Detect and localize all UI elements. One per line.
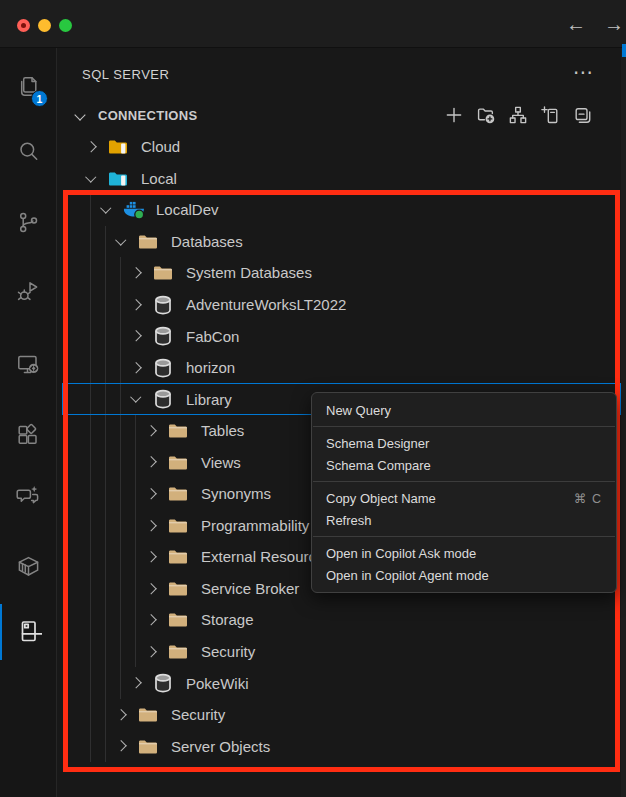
activity-search-icon[interactable] xyxy=(15,138,42,165)
menu-item-refresh[interactable]: Refresh xyxy=(312,509,616,531)
tree-item-adventureworkslt2022[interactable]: AdventureWorksLT2022 xyxy=(62,289,621,321)
docker-icon xyxy=(121,200,145,220)
chevron-right-icon xyxy=(140,490,162,498)
chevron-right-icon xyxy=(140,427,162,435)
menu-item-label: Open in Copilot Agent mode xyxy=(326,568,489,583)
activity-extensions-icon[interactable] xyxy=(15,422,42,449)
activity-containers-icon[interactable] xyxy=(15,553,42,580)
tree-item-label: Storage xyxy=(201,611,254,628)
tree-item-label: System Databases xyxy=(186,264,312,281)
tree-item-security[interactable]: Security xyxy=(62,699,621,731)
folder-icon xyxy=(166,548,190,565)
new-server-icon[interactable] xyxy=(541,106,559,124)
chevron-down-icon xyxy=(110,240,132,244)
active-view-indicator xyxy=(0,604,2,660)
tree-item-security[interactable]: Security xyxy=(62,636,621,668)
folder-icon xyxy=(136,233,160,250)
folder-icon xyxy=(136,738,160,755)
activity-remote-explorer-icon[interactable] xyxy=(15,351,42,378)
folder-group-icon xyxy=(106,170,130,187)
chevron-right-icon xyxy=(125,269,147,277)
minimize-button[interactable] xyxy=(38,19,51,32)
close-button[interactable] xyxy=(17,19,30,32)
connections-toolbar xyxy=(445,106,591,124)
folder-icon xyxy=(166,485,190,502)
tree-item-label: Programmability xyxy=(201,517,309,534)
tree-item-label: Databases xyxy=(171,233,243,250)
tree-item-local[interactable]: Local xyxy=(62,163,621,195)
nav-forward-icon[interactable]: → xyxy=(604,11,624,37)
nav-back-icon[interactable]: ← xyxy=(566,11,586,37)
tree-item-label: Tables xyxy=(201,422,244,439)
chevron-right-icon xyxy=(140,553,162,561)
title-bar: ← → xyxy=(0,0,626,48)
collapse-all-icon[interactable] xyxy=(573,106,591,124)
folder-icon xyxy=(166,580,190,597)
folder-icon xyxy=(166,454,190,471)
tree-item-horizon[interactable]: horizon xyxy=(62,352,621,384)
activity-explorer-icon[interactable]: 1 xyxy=(15,74,42,101)
activity-source-control-icon[interactable] xyxy=(15,209,42,236)
activity-badge: 1 xyxy=(31,90,48,107)
folder-icon xyxy=(166,517,190,534)
tree-item-label: Security xyxy=(171,706,225,723)
chevron-right-icon xyxy=(125,332,147,340)
editor-edge xyxy=(621,48,626,797)
sidebar-title: SQL SERVER xyxy=(82,67,169,82)
menu-item-label: Refresh xyxy=(326,513,372,528)
database-icon xyxy=(151,358,175,378)
chevron-down-icon xyxy=(80,177,102,181)
menu-item-label: Schema Compare xyxy=(326,458,431,473)
tree-item-label: Security xyxy=(201,643,255,660)
folder-icon xyxy=(166,422,190,439)
chevron-right-icon xyxy=(140,648,162,656)
chevron-right-icon xyxy=(140,458,162,466)
menu-item-schema-designer[interactable]: Schema Designer xyxy=(312,432,616,454)
tree-item-cloud[interactable]: Cloud xyxy=(62,131,621,163)
tree-item-label: horizon xyxy=(186,359,235,376)
chevron-down-icon xyxy=(74,109,85,120)
chevron-down-icon xyxy=(125,397,147,401)
tree-item-label: FabCon xyxy=(186,328,239,345)
menu-item-label: Copy Object Name xyxy=(326,491,436,506)
tree-item-label: LocalDev xyxy=(156,201,219,218)
menu-item-copy-object-name[interactable]: Copy Object Name⌘ C xyxy=(312,487,616,509)
more-actions-icon[interactable]: ⋯ xyxy=(573,60,593,84)
menu-item-shortcut: ⌘ C xyxy=(574,491,602,506)
menu-item-label: Schema Designer xyxy=(326,436,429,451)
tree-item-pokewiki[interactable]: PokeWiki xyxy=(62,667,621,699)
menu-item-new-query[interactable]: New Query xyxy=(312,399,616,421)
folder-icon xyxy=(151,264,175,281)
database-icon xyxy=(151,673,175,693)
menu-item-schema-compare[interactable]: Schema Compare xyxy=(312,454,616,476)
tree-item-label: Library xyxy=(186,391,232,408)
connections-section-label: CONNECTIONS xyxy=(98,108,197,123)
tree-item-label: Cloud xyxy=(141,138,180,155)
chevron-down-icon xyxy=(95,208,117,212)
activity-sql-server-icon[interactable] xyxy=(15,618,42,645)
tree-item-databases[interactable]: Databases xyxy=(62,226,621,258)
add-connection-icon[interactable] xyxy=(445,106,463,124)
tree-item-storage[interactable]: Storage xyxy=(62,604,621,636)
activity-run-and-debug-icon[interactable] xyxy=(15,278,42,305)
connect-hierarchy-icon[interactable] xyxy=(509,106,527,124)
tree-item-server-objects[interactable]: Server Objects xyxy=(62,730,621,762)
new-connection-group-icon[interactable] xyxy=(477,106,495,124)
zoom-button[interactable] xyxy=(59,19,72,32)
tree-item-label: Service Broker xyxy=(201,580,299,597)
folder-icon xyxy=(136,706,160,723)
tree-item-localdev[interactable]: LocalDev xyxy=(62,194,621,226)
tree-item-label: AdventureWorksLT2022 xyxy=(186,296,346,313)
database-icon xyxy=(151,295,175,315)
tree-item-system-databases[interactable]: System Databases xyxy=(62,257,621,289)
activity-copilot-chat-icon[interactable] xyxy=(15,483,42,510)
chevron-right-icon xyxy=(140,585,162,593)
menu-item-label: Open in Copilot Ask mode xyxy=(326,546,476,561)
tree-item-label: PokeWiki xyxy=(186,675,249,692)
menu-item-open-in-copilot-ask-mode[interactable]: Open in Copilot Ask mode xyxy=(312,542,616,564)
folder-icon xyxy=(166,611,190,628)
chevron-right-icon xyxy=(140,522,162,530)
activity-bar: 1 xyxy=(0,48,57,797)
tree-item-fabcon[interactable]: FabCon xyxy=(62,320,621,352)
menu-item-open-in-copilot-agent-mode[interactable]: Open in Copilot Agent mode xyxy=(312,564,616,586)
